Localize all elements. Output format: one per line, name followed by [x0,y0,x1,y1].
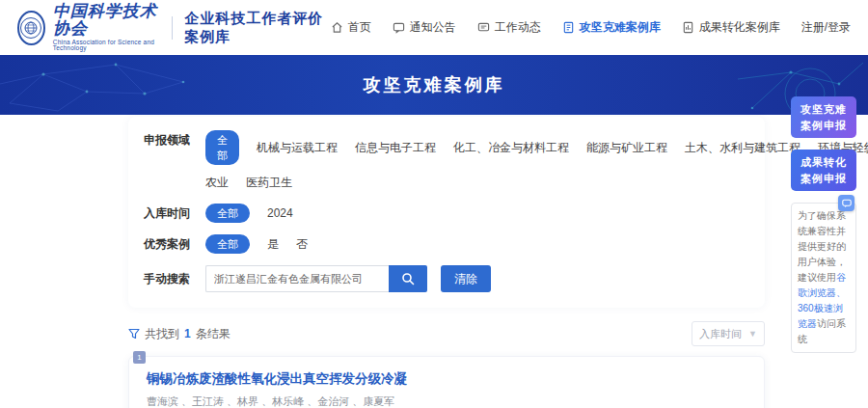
filter-label: 申报领域 [144,130,205,150]
apply-btn-line: 攻坚克难 [791,101,856,118]
site-title: 企业科技工作者评价案例库 [184,10,331,46]
result-card[interactable]: 1 铜锡冶炼废渣酸性氧化浸出真空挥发分级冷凝 曹海滨 、王江涛 、林界 、林乐峰… [128,356,765,408]
filter-field-option[interactable]: 能源与矿业工程 [586,138,667,157]
sort-dropdown[interactable]: 入库时间 ▼ [692,321,765,346]
news-icon [477,21,490,34]
filter-field-option[interactable]: 农业 [205,173,229,192]
filter-label: 手动搜索 [144,269,205,288]
case-library-icon [562,21,575,34]
filter-field-option[interactable]: 信息与电子工程 [355,138,436,157]
filter-field-option[interactable]: 机械与运载工程 [257,138,338,157]
apply-tackle-case-button[interactable]: 攻坚克难 案例申报 [791,96,856,138]
sort-dropdown-value: 入库时间 [699,327,742,341]
nav-label: 首页 [348,19,371,36]
filter-excellent-all-pill[interactable]: 全部 [205,234,250,254]
filter-field-option[interactable]: 化工、冶金与材料工程 [453,138,569,157]
result-index-badge: 1 [133,351,146,364]
page-banner: 攻坚克难案例库 [0,55,868,115]
result-title-link[interactable]: 铜锡冶炼废渣酸性氧化浸出真空挥发分级冷凝 [147,370,746,388]
filter-row-field: 申报领域 全部 机械与运载工程 信息与电子工程 化工、冶金与材料工程 能源与矿业… [144,130,749,192]
apply-btn-line: 案例申报 [791,118,856,134]
filter-excellent-option-no[interactable]: 否 [296,234,308,254]
nav-item-home[interactable]: 首页 [331,19,371,36]
org-name-english: China Association for Science and Techno… [53,40,161,53]
nav-item-work-news[interactable]: 工作动态 [477,19,541,36]
nav-item-notices[interactable]: 通知公告 [393,19,456,36]
nav-label: 攻坚克难案例库 [580,19,661,36]
filter-field-option[interactable]: 土木、水利与建筑工程 [685,138,800,157]
header-divider [172,16,173,40]
chat-service-icon[interactable] [838,195,854,211]
home-icon [331,21,343,34]
nav-label: 成果转化案例库 [699,19,780,36]
filter-panel: 申报领域 全部 机械与运载工程 信息与电子工程 化工、冶金与材料工程 能源与矿业… [128,117,765,308]
filter-row-search: 手动搜索 清除 [144,265,749,292]
filter-label: 优秀案例 [144,234,205,254]
top-header: 中国科学技术协会 China Association for Science a… [0,0,868,55]
results-count-suffix: 条结果 [196,326,231,342]
nav-label: 工作动态 [495,19,541,36]
bulletin-icon [393,21,405,34]
filter-label: 入库时间 [144,204,205,223]
apply-btn-line: 案例申报 [791,171,856,187]
nav-label: 通知公告 [410,19,456,36]
search-input[interactable] [205,265,389,292]
results-count: 共找到 1 条结果 [128,326,231,342]
filter-field-all-pill[interactable]: 全部 [205,130,239,165]
result-authors: 曹海滨 、王江涛 、林界 、林乐峰 、金治河 、康夏军 [147,394,746,408]
results-count-number: 1 [184,327,191,340]
results-count-prefix: 共找到 [145,326,179,342]
nav-item-tackle-case-library[interactable]: 攻坚克难案例库 [562,19,661,36]
nav-label: 注册/登录 [801,19,851,36]
apply-btn-line: 成果转化 [791,154,856,171]
chevron-down-icon: ▼ [748,329,757,339]
clear-search-button[interactable]: 清除 [441,265,491,292]
nav-item-achievement-library[interactable]: 成果转化案例库 [682,19,780,36]
filter-field-option[interactable]: 医药卫生 [246,173,292,192]
browser-compatibility-notice: 为了确保系统兼容性并提供更好的用户体验，建议使用谷歌浏览器、360极速浏览器访问… [791,203,856,353]
filter-funnel-icon [128,328,140,340]
filter-time-option[interactable]: 2024 [267,204,293,223]
search-icon [401,272,415,286]
achievement-library-icon [682,21,694,34]
filter-excellent-option-yes[interactable]: 是 [267,234,279,254]
filter-row-excellent: 优秀案例 全部 是 否 [144,234,749,254]
filter-row-time: 入库时间 全部 2024 [144,204,749,223]
cast-seal-icon [17,11,45,45]
org-logo[interactable]: 中国科学技术协会 China Association for Science a… [17,3,160,52]
banner-title: 攻坚克难案例库 [0,73,868,96]
nav-item-register-login[interactable]: 注册/登录 [801,19,851,36]
main-content: 申报领域 全部 机械与运载工程 信息与电子工程 化工、冶金与材料工程 能源与矿业… [128,117,765,408]
filter-time-all-pill[interactable]: 全部 [205,204,250,223]
search-button[interactable] [389,265,427,292]
results-header: 共找到 1 条结果 入库时间 ▼ [128,321,765,346]
side-floating-panel: 攻坚克难 案例申报 成果转化 案例申报 为了确保系统兼容性并提供更好的用户体验，… [791,96,856,353]
apply-achievement-button[interactable]: 成果转化 案例申报 [791,150,856,191]
org-name-chinese: 中国科学技术协会 [53,3,161,38]
main-nav: 首页 通知公告 工作动态 攻坚克难案例库 成果转化案例库 [331,19,851,36]
